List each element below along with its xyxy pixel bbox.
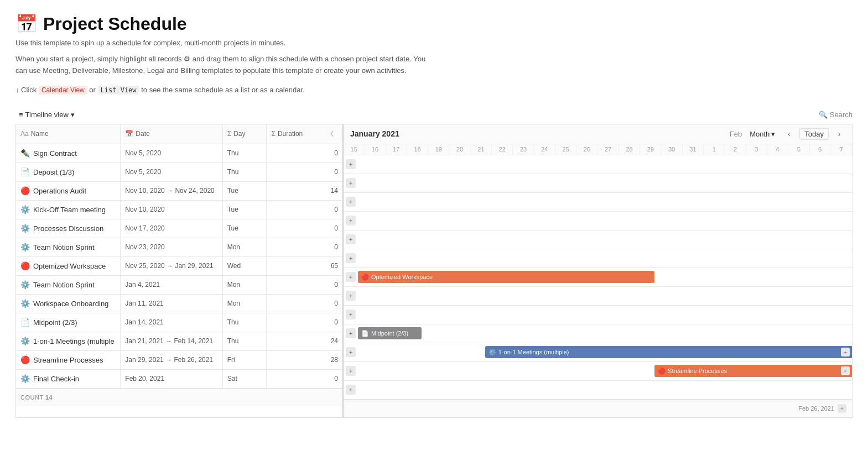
add-row-button[interactable]: + (346, 234, 356, 244)
prev-month-button[interactable]: ‹ (783, 128, 795, 140)
cell-duration: 0 (267, 276, 342, 294)
row-label: Midpoint (2/3) (33, 318, 77, 327)
row-icon: ⚙️ (20, 243, 30, 251)
table-row[interactable]: 🔴 Operations Audit Nov 10, 2020 → Nov 24… (16, 182, 342, 201)
badge-calendar-view[interactable]: Calendar View (39, 86, 87, 95)
date-cell: 5 (788, 144, 809, 155)
timeline-row: + (344, 155, 852, 174)
add-row-button[interactable]: + (346, 197, 356, 207)
cell-name: 🔴 Streamline Processes (16, 351, 121, 369)
date-cell: 31 (683, 144, 704, 155)
timeline-bar[interactable]: 🔴Optemized Workspace (358, 271, 654, 283)
add-row-button[interactable]: + (346, 272, 356, 282)
table-row[interactable]: ⚙️ 1-on-1 Meetings (multiple Jan 21, 202… (16, 332, 342, 351)
date-cell: 23 (513, 144, 534, 155)
next-month-button[interactable]: › (833, 128, 845, 140)
date-cell: 20 (449, 144, 470, 155)
add-row-button[interactable]: + (346, 328, 356, 338)
timeline-bar[interactable]: 📄Midpoint (2/3) (358, 327, 422, 339)
collapse-button[interactable]: 《 (327, 129, 334, 139)
row-label: Optemized Workspace (33, 262, 106, 270)
row-icon: 🔴 (20, 355, 30, 364)
row-icon: 📄 (20, 318, 30, 327)
name-col-label: Name (31, 130, 49, 138)
table-row[interactable]: ⚙️ Final Check-in Feb 20, 2021 Sat 0 (16, 370, 342, 389)
cell-name: 🔴 Operations Audit (16, 182, 121, 200)
row-label: Processes Discussion (33, 224, 103, 233)
date-cell: 7 (831, 144, 852, 155)
cell-duration: 0 (267, 370, 342, 388)
add-row-button[interactable]: + (346, 159, 356, 169)
row-icon: 📄 (20, 167, 30, 176)
cell-date: Nov 10, 2020 → Nov 24, 2020 (121, 182, 222, 200)
cell-day: Thu (223, 144, 267, 162)
add-row-button[interactable]: + (346, 385, 356, 395)
add-row-button[interactable]: + (346, 291, 356, 301)
toolbar: ≡ Timeline view ▾ 🔍 Search (15, 106, 853, 124)
table-rows: ✒️ Sign Contract Nov 5, 2020 Thu 0 📄 Dep… (16, 144, 342, 389)
instruction-line: ↓ Click Calendar View or List View to se… (15, 86, 853, 95)
month-selector[interactable]: Month ▾ (746, 129, 778, 139)
table-row[interactable]: ⚙️ Kick-Off Team meeting Nov 10, 2020 Tu… (16, 201, 342, 219)
duration-col-icon: Σ (271, 130, 275, 138)
row-label: 1-on-1 Meetings (multiple (33, 337, 115, 345)
table-row[interactable]: 🔴 Optemized Workspace Nov 25, 2020 → Jan… (16, 257, 342, 276)
row-label: Kick-Off Team meeting (33, 206, 106, 214)
add-row-button[interactable]: + (346, 216, 356, 226)
cell-duration: 65 (267, 257, 342, 275)
table-row[interactable]: 🔴 Streamline Processes Jan 29, 2021 → Fe… (16, 351, 342, 370)
cell-date: Nov 23, 2020 (121, 238, 222, 256)
timeline-row: + (344, 287, 852, 306)
cell-name: ⚙️ Final Check-in (16, 370, 121, 388)
cell-day: Thu (223, 313, 267, 332)
add-row-button[interactable]: + (346, 253, 356, 263)
timeline-bar[interactable]: ⚙️1-on-1 Meetings (multiple) (485, 346, 852, 358)
count-label: COUNT 14 (20, 394, 53, 401)
cell-day: Thu (223, 163, 267, 181)
table-row[interactable]: ✒️ Sign Contract Nov 5, 2020 Thu 0 (16, 144, 342, 163)
timeline-view-button[interactable]: ≡ Timeline view ▾ (15, 109, 78, 120)
search-area[interactable]: 🔍 Search (819, 111, 853, 119)
add-row-button[interactable]: + (346, 178, 356, 188)
table-row[interactable]: 📄 Deposit (1/3) Nov 5, 2020 Thu 0 (16, 163, 342, 182)
table-row[interactable]: ⚙️ Team Notion Sprint Nov 23, 2020 Mon 0 (16, 238, 342, 257)
col-duration-header: Σ Duration 《 (267, 124, 342, 144)
timeline-bar[interactable]: 🔴Streamline Processes (654, 365, 852, 377)
search-icon: 🔍 (819, 111, 828, 119)
cell-name: 📄 Deposit (1/3) (16, 163, 121, 181)
row-icon: ⚙️ (20, 299, 30, 308)
date-col-icon: 📅 (125, 130, 133, 138)
date-cell: 29 (640, 144, 661, 155)
table-row[interactable]: ⚙️ Workspace Onboarding Jan 11, 2021 Mon… (16, 295, 342, 313)
table-row[interactable]: 📄 Midpoint (2/3) Jan 14, 2021 Thu 0 (16, 313, 342, 332)
add-row-button[interactable]: + (346, 310, 356, 319)
row-label: Team Notion Sprint (33, 281, 95, 289)
row-icon: ⚙️ (20, 337, 30, 345)
row-icon: ⚙️ (20, 374, 30, 383)
cell-duration: 0 (267, 219, 342, 238)
day-col-icon: Σ (227, 130, 231, 138)
cell-date: Jan 21, 2021 → Feb 14, 2021 (121, 332, 222, 350)
timeline-row: + (344, 230, 852, 249)
today-button[interactable]: Today (799, 128, 829, 140)
timeline-section: January 2021 Feb Month ▾ ‹ Today › 15161… (344, 124, 852, 417)
timeline-rows: +++++++🔴Optemized Workspace+++📄Midpoint … (344, 155, 852, 400)
cell-duration: 0 (267, 144, 342, 162)
table-row[interactable]: ⚙️ Team Notion Sprint Jan 4, 2021 Mon 0 (16, 276, 342, 295)
date-cell: 19 (428, 144, 449, 155)
add-row-button[interactable]: + (346, 347, 356, 357)
badge-list-view[interactable]: List View (98, 86, 139, 95)
add-row-button[interactable]: + (346, 366, 356, 376)
col-date-header: 📅 Date (121, 124, 222, 144)
add-footer-icon[interactable]: + (838, 404, 846, 413)
cell-date: Jan 29, 2021 → Feb 26, 2021 (121, 351, 222, 369)
table-row[interactable]: ⚙️ Processes Discussion Nov 17, 2020 Tue… (16, 219, 342, 238)
page-description: When you start a project, simply highlig… (15, 54, 436, 77)
cell-name: 🔴 Optemized Workspace (16, 257, 121, 275)
footer-date: Feb 26, 2021 (798, 405, 834, 412)
toolbar-left: ≡ Timeline view ▾ (15, 109, 78, 120)
cell-date: Jan 4, 2021 (121, 276, 222, 294)
timeline-row: + (344, 249, 852, 268)
date-cell: 18 (407, 144, 428, 155)
cell-duration: 14 (267, 182, 342, 200)
